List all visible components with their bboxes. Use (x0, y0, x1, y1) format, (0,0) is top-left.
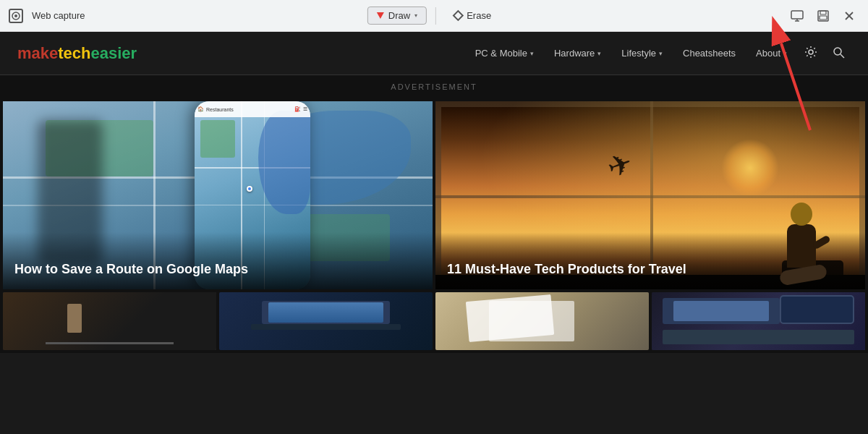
card-travel[interactable]: ✈ (435, 101, 865, 289)
site-logo[interactable]: maketecheasier (17, 44, 137, 63)
close-button[interactable] (839, 6, 859, 26)
bottom-card-4[interactable] (652, 292, 865, 350)
nav-item-lifestyle[interactable]: Lifestyle ▾ (613, 42, 671, 64)
erase-diamond-icon (453, 10, 464, 22)
advertisement-label: ADVERTISEMENT (391, 82, 477, 91)
erase-label: Erase (467, 10, 491, 21)
svg-point-11 (834, 48, 841, 55)
toolbar-center: Draw ▾ Erase (367, 7, 501, 25)
card-title-maps: How to Save a Route on Google Maps (3, 232, 433, 289)
logo-make: make (17, 44, 58, 62)
content-grid: 🏠Restaurants⛽☰ How to Save a Route on Go… (0, 98, 868, 292)
svg-point-10 (809, 50, 813, 54)
svg-line-12 (841, 54, 844, 58)
nav-arrow-pc-mobile: ▾ (530, 50, 534, 57)
draw-button[interactable]: Draw ▾ (367, 7, 427, 25)
airplane-icon: ✈ (603, 145, 637, 185)
separator (435, 7, 436, 25)
nav-items: PC & Mobile ▾ Hardware ▾ Lifestyle ▾ Che… (467, 40, 851, 67)
svg-rect-2 (791, 11, 803, 19)
navbar: maketecheasier PC & Mobile ▾ Hardware ▾ … (0, 32, 868, 75)
svg-point-1 (14, 14, 17, 17)
nav-item-cheatsheets[interactable]: Cheatsheets (674, 42, 744, 64)
draw-label: Draw (388, 10, 410, 21)
bottom-card-3[interactable] (435, 292, 649, 350)
save-icon-button[interactable] (813, 6, 833, 26)
erase-button[interactable]: Erase (445, 7, 501, 25)
card-google-maps[interactable]: 🏠Restaurants⛽☰ How to Save a Route on Go… (3, 101, 433, 289)
nav-label-pc-mobile: PC & Mobile (475, 48, 527, 59)
toolbar-right (787, 6, 859, 26)
nav-label-about: About (756, 48, 780, 59)
advertisement-bar: ADVERTISEMENT (0, 75, 868, 98)
settings-icon-button[interactable] (799, 40, 823, 67)
web-capture-icon (9, 9, 23, 23)
nav-item-hardware[interactable]: Hardware ▾ (545, 42, 610, 64)
bottom-card-2[interactable] (219, 292, 433, 350)
bottom-cards-row (0, 292, 868, 353)
nav-label-hardware: Hardware (554, 48, 595, 59)
draw-triangle-icon (377, 12, 384, 19)
nav-arrow-about: ▾ (783, 50, 787, 57)
nav-label-cheatsheets: Cheatsheets (683, 48, 736, 59)
monitor-icon-button[interactable] (787, 6, 807, 26)
logo-easier: easier (91, 44, 137, 62)
browser-toolbar: Web capture Draw ▾ Erase (0, 0, 868, 32)
nav-item-about[interactable]: About ▾ (747, 42, 796, 64)
web-capture-label: Web capture (32, 10, 85, 21)
search-icon-button[interactable] (826, 40, 851, 67)
bottom-card-1[interactable] (3, 292, 216, 350)
website-content: maketecheasier PC & Mobile ▾ Hardware ▾ … (0, 32, 868, 434)
nav-arrow-hardware: ▾ (597, 50, 601, 57)
nav-arrow-lifestyle: ▾ (659, 50, 663, 57)
draw-arrow-icon: ▾ (414, 12, 417, 19)
nav-item-pc-mobile[interactable]: PC & Mobile ▾ (467, 42, 542, 64)
logo-tech: tech (58, 44, 90, 62)
nav-label-lifestyle: Lifestyle (621, 48, 656, 59)
svg-rect-7 (820, 16, 827, 20)
